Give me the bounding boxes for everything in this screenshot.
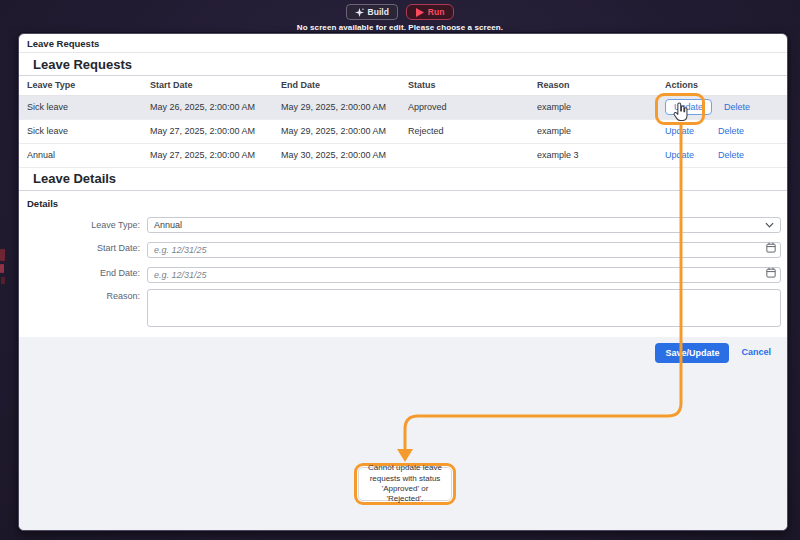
calendar-icon[interactable]: [766, 242, 776, 253]
end-date-input[interactable]: [147, 267, 781, 283]
edge-mark: [1, 277, 5, 284]
leave-type-select[interactable]: Annual: [147, 217, 781, 233]
leave-details-form: Leave Type: Annual Start Date: End Date:: [19, 217, 787, 337]
no-screen-message: No screen available for edit. Please cho…: [0, 23, 800, 32]
table-row: Sick leave May 27, 2025, 2:00:00 AM May …: [19, 119, 787, 143]
delete-link[interactable]: Delete: [718, 150, 744, 160]
start-date-input[interactable]: [147, 242, 781, 258]
col-start-date: Start Date: [144, 76, 275, 95]
table-row: Sick leave May 26, 2025, 2:00:00 AM May …: [19, 95, 787, 119]
run-button-label: Run: [428, 7, 445, 17]
edge-mark: [0, 264, 4, 273]
cell-start-date: May 27, 2025, 2:00:00 AM: [144, 119, 275, 143]
table-header-row: Leave Type Start Date End Date Status Re…: [19, 76, 787, 95]
requests-title: Leave Requests: [33, 57, 132, 72]
leave-requests-panel: Leave Requests Leave Requests Leave Type…: [18, 33, 788, 531]
leave-type-label: Leave Type:: [19, 220, 147, 230]
reason-textarea[interactable]: [147, 289, 781, 327]
cell-reason: example 3: [531, 143, 659, 167]
update-button[interactable]: Update: [665, 99, 712, 115]
col-end-date: End Date: [275, 76, 402, 95]
edge-mark: [0, 249, 5, 261]
col-leave-type: Leave Type: [19, 76, 144, 95]
cell-leave-type: Sick leave: [19, 95, 144, 119]
save-update-button[interactable]: Save/Update: [655, 343, 729, 363]
cell-leave-type: Sick leave: [19, 119, 144, 143]
col-actions: Actions: [659, 76, 787, 95]
details-section-header: Leave Details: [19, 168, 787, 191]
cell-status: Approved: [402, 95, 531, 119]
run-button[interactable]: Run: [406, 4, 455, 20]
leave-requests-table: Leave Type Start Date End Date Status Re…: [19, 76, 787, 168]
reason-label: Reason:: [19, 289, 147, 301]
details-subheader: Details: [19, 191, 787, 217]
col-status: Status: [402, 76, 531, 95]
form-footer: Save/Update Cancel: [19, 337, 787, 531]
app-background: Build Run No screen available for edit. …: [0, 0, 800, 540]
build-button[interactable]: Build: [346, 4, 398, 20]
breadcrumb[interactable]: Leave Requests: [19, 34, 787, 53]
cell-reason: example: [531, 95, 659, 119]
delete-link[interactable]: Delete: [724, 102, 750, 112]
sparkle-icon: [355, 8, 364, 17]
cell-end-date: May 29, 2025, 2:00:00 AM: [275, 119, 402, 143]
cell-leave-type: Annual: [19, 143, 144, 167]
chevron-down-icon: [765, 222, 774, 228]
table-row: Annual May 27, 2025, 2:00:00 AM May 30, …: [19, 143, 787, 167]
start-date-label: Start Date:: [19, 243, 147, 253]
update-link[interactable]: Update: [665, 126, 694, 136]
leave-type-value: Annual: [154, 220, 765, 230]
cell-status: Rejected: [402, 119, 531, 143]
requests-section-header: Leave Requests: [19, 53, 787, 76]
cell-end-date: May 30, 2025, 2:00:00 AM: [275, 143, 402, 167]
builder-topbar: Build Run No screen available for edit. …: [0, 0, 800, 33]
col-reason: Reason: [531, 76, 659, 95]
delete-link[interactable]: Delete: [718, 126, 744, 136]
cell-start-date: May 26, 2025, 2:00:00 AM: [144, 95, 275, 119]
breadcrumb-label: Leave Requests: [27, 38, 99, 49]
end-date-label: End Date:: [19, 268, 147, 278]
cell-status: [402, 143, 531, 167]
calendar-icon[interactable]: [766, 267, 776, 278]
cell-start-date: May 27, 2025, 2:00:00 AM: [144, 143, 275, 167]
cell-end-date: May 29, 2025, 2:00:00 AM: [275, 95, 402, 119]
cancel-link[interactable]: Cancel: [741, 343, 771, 357]
play-icon: [416, 8, 424, 17]
details-title: Leave Details: [33, 171, 116, 186]
cell-reason: example: [531, 119, 659, 143]
build-button-label: Build: [368, 7, 389, 17]
update-link[interactable]: Update: [665, 150, 694, 160]
details-subtitle: Details: [27, 198, 58, 209]
